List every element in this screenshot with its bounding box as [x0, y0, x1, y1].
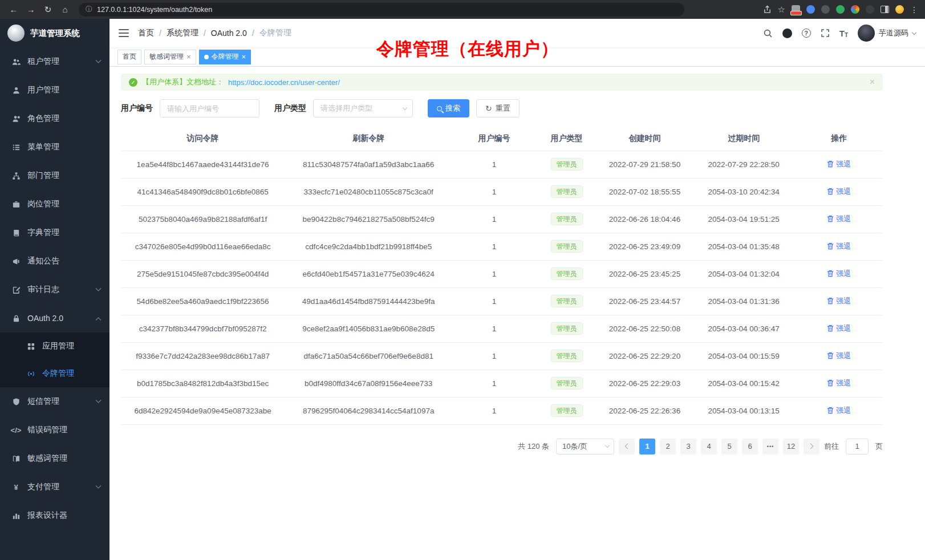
- split-view-icon[interactable]: [881, 6, 889, 13]
- share-icon[interactable]: [763, 5, 772, 14]
- force-logout-button[interactable]: 强退: [827, 269, 851, 279]
- col-expires: 过期时间: [692, 127, 795, 151]
- refresh-token-cell: b0df4980ffd34c67a08f9156e4eee733: [285, 370, 452, 397]
- force-logout-button[interactable]: 强退: [827, 323, 851, 334]
- user-id-input[interactable]: [160, 99, 259, 117]
- sidebar-item-sms[interactable]: 短信管理: [0, 387, 109, 416]
- bookmark-star-icon[interactable]: ☆: [778, 5, 785, 15]
- browser-home-button[interactable]: ⌂: [58, 3, 72, 17]
- force-logout-button[interactable]: 强退: [827, 214, 851, 224]
- doc-link[interactable]: https://doc.iocoder.cn/user-center/: [228, 78, 340, 87]
- force-logout-button[interactable]: 强退: [827, 186, 851, 197]
- page-button-4[interactable]: 4: [701, 439, 717, 455]
- github-icon[interactable]: [782, 29, 792, 38]
- alert-close-icon[interactable]: ×: [870, 78, 875, 87]
- extension-icon[interactable]: [792, 5, 800, 14]
- more-pages-button[interactable]: •••: [762, 439, 778, 455]
- sidebar-item-menu[interactable]: 菜单管理: [0, 133, 109, 161]
- force-logout-button[interactable]: 强退: [827, 241, 851, 251]
- sidebar-item-tenant[interactable]: 租户管理: [0, 47, 109, 76]
- sidebar-item-report-designer[interactable]: 报表设计器: [0, 501, 109, 530]
- sidebar-item-role[interactable]: 角色管理: [0, 104, 109, 133]
- page-button-6[interactable]: 6: [742, 439, 758, 455]
- page-size-select[interactable]: 10条/页: [556, 439, 614, 455]
- user-dropdown[interactable]: 芋道源码: [858, 25, 916, 42]
- sidebar-item-user[interactable]: 用户管理: [0, 76, 109, 104]
- help-icon[interactable]: ?: [802, 29, 811, 38]
- extension-colorful-icon[interactable]: [851, 5, 859, 14]
- chevron-down-icon: [912, 30, 916, 34]
- next-page-button[interactable]: [804, 439, 819, 455]
- goto-page-input[interactable]: [846, 439, 869, 455]
- font-size-icon[interactable]: TT: [839, 29, 848, 38]
- force-logout-button[interactable]: 强退: [827, 405, 851, 416]
- force-logout-button[interactable]: 强退: [827, 159, 851, 169]
- browser-menu-icon[interactable]: ⋮: [910, 5, 918, 14]
- prev-page-button[interactable]: [619, 439, 635, 455]
- user-type-cell: 管理员: [536, 287, 597, 315]
- sidebar-item-dept[interactable]: 部门管理: [0, 161, 109, 190]
- browser-forward-button[interactable]: →: [24, 3, 38, 17]
- sidebar-item-pay[interactable]: ¥ 支付管理: [0, 473, 109, 501]
- breadcrumb-home[interactable]: 首页: [138, 28, 154, 38]
- reset-button[interactable]: ↻ 重置: [476, 99, 520, 117]
- browser-right-icons: ☆ ⋮: [763, 5, 918, 15]
- logo-image: [7, 25, 25, 42]
- breadcrumb-oauth2[interactable]: OAuth 2.0: [211, 29, 247, 38]
- actions-cell: 强退: [795, 260, 883, 287]
- goto-suffix: 页: [875, 441, 883, 452]
- search-button[interactable]: 搜索: [428, 99, 469, 117]
- close-icon[interactable]: ×: [242, 53, 246, 60]
- sidebar-item-oauth2[interactable]: OAuth 2.0: [0, 304, 109, 332]
- browser-back-button[interactable]: ←: [7, 3, 21, 17]
- oauth2-submenu: 应用管理 令牌管理: [0, 332, 109, 387]
- browser-refresh-button[interactable]: ↻: [41, 3, 55, 17]
- page-button-12[interactable]: 12: [783, 439, 799, 455]
- page-button-1[interactable]: 1: [639, 439, 655, 455]
- sidebar-item-token-manage[interactable]: 令牌管理: [0, 360, 109, 387]
- extension-green-icon[interactable]: [836, 5, 845, 14]
- book-icon: [11, 229, 21, 237]
- open-book-icon: [11, 455, 21, 463]
- close-icon[interactable]: ×: [186, 53, 191, 60]
- page-button-3[interactable]: 3: [680, 439, 696, 455]
- created-cell: 2022-06-25 23:49:09: [597, 233, 692, 260]
- profile-avatar[interactable]: [895, 5, 904, 14]
- force-logout-button[interactable]: 强退: [827, 296, 851, 306]
- user-type-select[interactable]: 请选择用户类型: [313, 99, 413, 117]
- sidebar-item-post[interactable]: 岗位管理: [0, 190, 109, 218]
- address-bar[interactable]: ⓘ 127.0.0.1:1024/system/oauth2/token: [79, 3, 684, 17]
- user-type-cell: 管理员: [536, 370, 597, 397]
- sidebar-item-sensitive-word[interactable]: 敏感词管理: [0, 444, 109, 473]
- created-cell: 2022-07-02 18:55:55: [597, 178, 692, 205]
- sidebar-item-audit-log[interactable]: 审计日志: [0, 275, 109, 304]
- sidebar-item-error-code[interactable]: </> 错误码管理: [0, 416, 109, 444]
- force-logout-button[interactable]: 强退: [827, 378, 851, 388]
- tab-sensitive-word[interactable]: 敏感词管理 ×: [144, 50, 196, 64]
- sidebar-item-notice[interactable]: 通知公告: [0, 247, 109, 275]
- fullscreen-icon[interactable]: [821, 29, 830, 38]
- access-token-cell: 54d6be82ee5a460a9aedc1f9bf223656: [121, 287, 285, 315]
- extension-blue-icon[interactable]: [806, 5, 815, 14]
- user-type-cell: 管理员: [536, 342, 597, 370]
- sidebar-item-label: 字典管理: [27, 228, 59, 238]
- total-count: 共 120 条: [518, 441, 549, 452]
- user-id-cell: 1: [452, 370, 536, 397]
- extension-badge: [790, 11, 802, 15]
- tab-home[interactable]: 首页: [117, 50, 141, 64]
- page-button-5[interactable]: 5: [721, 439, 737, 455]
- created-cell: 2022-06-25 23:45:25: [597, 260, 692, 287]
- breadcrumb-separator: /: [252, 29, 254, 38]
- page-button-2[interactable]: 2: [660, 439, 676, 455]
- tab-token-manage[interactable]: 令牌管理 ×: [199, 50, 251, 64]
- collapse-sidebar-icon[interactable]: [119, 29, 129, 37]
- refresh-token-cell: e6cfd40eb1f54571a31e775e039c4624: [285, 260, 452, 287]
- force-logout-button[interactable]: 强退: [827, 351, 851, 361]
- search-icon[interactable]: [763, 29, 773, 38]
- extension-gray-icon[interactable]: [866, 5, 874, 14]
- breadcrumb-system[interactable]: 系统管理: [167, 28, 198, 38]
- page-info-icon[interactable]: ⓘ: [86, 5, 92, 14]
- extension-dark-icon[interactable]: [821, 5, 830, 14]
- sidebar-item-dict[interactable]: 字典管理: [0, 218, 109, 247]
- sidebar-item-app-manage[interactable]: 应用管理: [0, 332, 109, 360]
